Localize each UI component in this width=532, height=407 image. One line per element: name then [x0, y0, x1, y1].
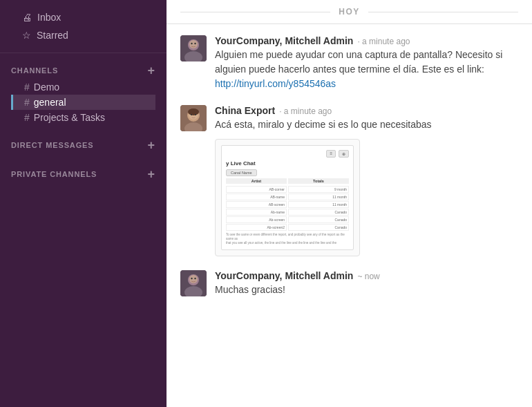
hash-icon: # [24, 112, 30, 123]
message-3-text: Muchas gracias! [215, 283, 518, 297]
screenshot-col-headers: Artist Totals [226, 178, 349, 184]
direct-messages-label: Direct Messages [11, 141, 94, 149]
cell: 9 month [288, 186, 349, 193]
message-3: YourCompany, Mitchell Admin ~ now Muchas… [180, 270, 518, 297]
cell: Ab-screen [226, 216, 287, 223]
channels-section-header: Channels + [11, 64, 155, 77]
screenshot-title: y Live Chat [226, 160, 349, 167]
channel-item-demo[interactable]: # Demo [11, 79, 155, 95]
private-channels-label: Private Channels [11, 170, 97, 178]
table-row: Ab-name Canado [226, 209, 349, 216]
channel-item-general[interactable]: # general [11, 95, 155, 110]
main-content: HOY YourCompany, Mitchell Admin · a m [167, 0, 532, 407]
message-2-text: Acá esta, miralo y decime si es lo que n… [215, 117, 518, 132]
private-channels-section: Private Channels + [0, 157, 167, 186]
message-3-author: YourCompany, Mitchell Admin [215, 270, 353, 281]
screenshot-btn-1[interactable]: ≡ [326, 150, 336, 158]
table-row: AB-screen 11 month [226, 201, 349, 208]
sidebar-top: 🖨 Inbox ☆ Starred [0, 0, 167, 53]
direct-messages-header: Direct Messages + [11, 139, 155, 151]
cell: AB-screen [226, 201, 287, 208]
screenshot-inner: ≡ ⊕ y Live Chat Canal Name Artist Totals [221, 145, 354, 250]
message-1-content: YourCompany, Mitchell Admin · a minute a… [215, 35, 518, 91]
date-divider: HOY [167, 0, 532, 24]
col-header-1: Artist [226, 178, 287, 184]
svg-point-12 [195, 114, 196, 115]
inbox-icon: 🖨 [22, 12, 32, 23]
message-1-link[interactable]: http://tinyurl.com/y854546as [215, 78, 336, 89]
screenshot-footer: To see the same or even different the re… [226, 233, 349, 245]
avatar-mitchell [180, 35, 207, 61]
sidebar-item-label: Starred [37, 30, 68, 41]
message-3-time: ~ now [357, 272, 379, 281]
messages-list: YourCompany, Mitchell Admin · a minute a… [167, 24, 532, 407]
table-row: Ab-screen2 Canado [226, 224, 349, 231]
table-row: AB-name 11 month [226, 193, 349, 200]
message-2: China Export · a minute ago Acá esta, mi… [180, 105, 518, 256]
channel-label: general [34, 97, 66, 108]
svg-point-17 [191, 277, 192, 278]
message-1-header: YourCompany, Mitchell Admin · a minute a… [215, 35, 518, 46]
channel-label: Demo [34, 82, 59, 93]
channel-item-projects-tasks[interactable]: # Projects & Tasks [11, 110, 155, 125]
cell: Canado [288, 209, 349, 216]
svg-point-4 [191, 43, 192, 44]
avatar-mitchell-2 [180, 270, 207, 296]
cell: Canado [288, 224, 349, 231]
message-2-header: China Export · a minute ago [215, 105, 518, 116]
cell: Ab-name [226, 209, 287, 216]
cell: 11 month [288, 193, 349, 200]
table-row: AB-corner 9 month [226, 186, 349, 193]
table-row: Ab-screen Canado [226, 216, 349, 223]
screenshot-toolbar: ≡ ⊕ [226, 150, 349, 158]
message-2-content: China Export · a minute ago Acá esta, mi… [215, 105, 518, 256]
screenshot-filter-row: Canal Name [226, 169, 349, 176]
sidebar: 🖨 Inbox ☆ Starred Channels + # Demo # ge… [0, 0, 167, 407]
avatar-mitchell-img [180, 35, 207, 61]
message-1-author: YourCompany, Mitchell Admin [215, 35, 353, 46]
cell: Canado [288, 216, 349, 223]
private-channels-header: Private Channels + [11, 168, 155, 180]
sidebar-item-starred[interactable]: ☆ Starred [11, 26, 155, 44]
message-3-content: YourCompany, Mitchell Admin ~ now Muchas… [215, 270, 518, 297]
message-1: YourCompany, Mitchell Admin · a minute a… [180, 35, 518, 91]
channels-label: Channels [11, 66, 58, 75]
channels-section: Channels + # Demo # general # Projects &… [0, 53, 167, 128]
message-1-text: Alguien me puede ayudar con una captura … [215, 48, 518, 91]
svg-point-10 [188, 108, 199, 115]
avatar-china [180, 105, 207, 131]
avatar-mitchell-img-2 [180, 270, 207, 296]
screenshot-btn-2[interactable]: ⊕ [339, 150, 349, 158]
star-icon: ☆ [22, 30, 31, 41]
screenshot-filter-label: Canal Name [226, 169, 257, 176]
svg-point-5 [194, 43, 196, 44]
avatar-china-img [180, 105, 207, 131]
svg-point-11 [191, 114, 192, 115]
cell: AB-corner [226, 186, 287, 193]
message-2-time: · a minute ago [279, 106, 332, 116]
date-divider-label: HOY [330, 7, 368, 17]
screenshot-preview: ≡ ⊕ y Live Chat Canal Name Artist Totals [215, 139, 360, 256]
message-1-text-before: Alguien me puede ayudar con una captura … [215, 49, 502, 75]
sidebar-item-inbox[interactable]: 🖨 Inbox [11, 8, 155, 26]
cell: Ab-screen2 [226, 224, 287, 231]
sidebar-item-label: Inbox [37, 12, 61, 23]
cell: 11 month [288, 201, 349, 208]
hash-icon: # [24, 97, 30, 108]
message-2-author: China Export [215, 105, 275, 116]
message-3-header: YourCompany, Mitchell Admin ~ now [215, 270, 518, 281]
hash-icon: # [24, 82, 30, 93]
add-private-channel-button[interactable]: + [148, 168, 155, 180]
message-1-time: · a minute ago [357, 37, 410, 46]
direct-messages-section: Direct Messages + [0, 128, 167, 157]
svg-point-18 [194, 277, 196, 278]
add-dm-button[interactable]: + [148, 139, 155, 151]
col-header-2: Totals [288, 178, 349, 184]
cell: AB-name [226, 193, 287, 200]
add-channel-button[interactable]: + [148, 64, 155, 77]
channel-label: Projects & Tasks [34, 112, 105, 123]
